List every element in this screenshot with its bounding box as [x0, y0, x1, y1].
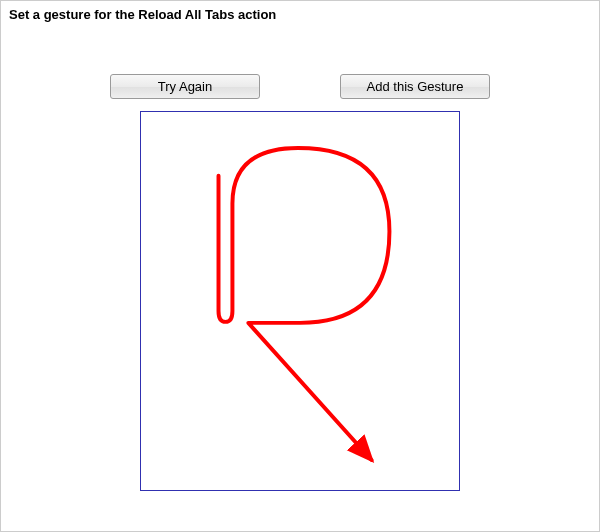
gesture-dialog: Set a gesture for the Reload All Tabs ac… [1, 1, 599, 531]
gesture-stroke [219, 148, 390, 460]
gesture-path-icon [141, 112, 459, 490]
add-gesture-button[interactable]: Add this Gesture [340, 74, 490, 99]
canvas-wrap [1, 111, 599, 531]
try-again-button[interactable]: Try Again [110, 74, 260, 99]
gesture-canvas[interactable] [140, 111, 460, 491]
button-row: Try Again Add this Gesture [1, 74, 599, 99]
dialog-title: Set a gesture for the Reload All Tabs ac… [1, 1, 599, 26]
